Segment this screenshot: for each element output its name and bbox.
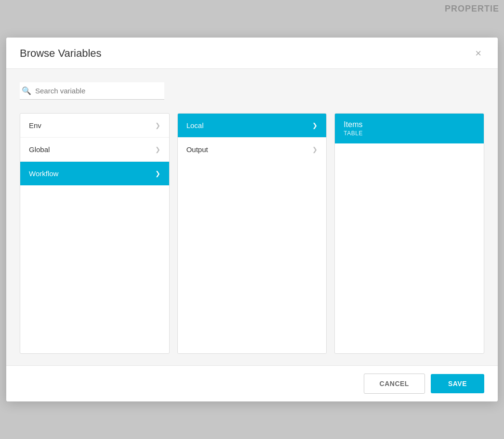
list-item[interactable]: Output ❯	[178, 138, 327, 161]
item-label: Local	[186, 121, 204, 129]
item-type: TABLE	[344, 130, 475, 137]
modal-title: Browse Variables	[20, 47, 102, 60]
chevron-right-icon: ❯	[155, 122, 160, 129]
list-item[interactable]: Workflow ❯	[20, 162, 169, 185]
search-wrapper: 🔍	[20, 82, 164, 100]
browse-variables-modal: Browse Variables × 🔍 Env ❯ Global	[6, 38, 498, 401]
item-label: Workflow	[29, 169, 58, 178]
chevron-right-icon: ❯	[155, 170, 160, 177]
modal-header: Browse Variables ×	[6, 38, 498, 69]
column-2: Local ❯ Output ❯	[177, 113, 327, 354]
item-label: Output	[186, 145, 208, 154]
chevron-right-icon: ❯	[312, 146, 318, 153]
column-1: Env ❯ Global ❯ Workflow ❯	[20, 113, 170, 354]
columns-container: Env ❯ Global ❯ Workflow ❯ Local	[20, 113, 484, 354]
list-item[interactable]: Env ❯	[20, 114, 169, 138]
item-label: Env	[29, 121, 41, 129]
save-button[interactable]: SAVE	[431, 374, 484, 393]
item-name: Items	[344, 120, 475, 129]
list-item[interactable]: Local ❯	[178, 114, 327, 138]
modal-overlay: Browse Variables × 🔍 Env ❯ Global	[0, 0, 504, 439]
modal-footer: CANCEL SAVE	[6, 365, 498, 401]
close-button[interactable]: ×	[472, 47, 484, 60]
modal-body: 🔍 Env ❯ Global ❯ Workflow	[6, 69, 498, 365]
cancel-button[interactable]: CANCEL	[364, 374, 425, 394]
list-item[interactable]: Global ❯	[20, 138, 169, 162]
chevron-right-icon: ❯	[312, 122, 318, 129]
list-item-selected[interactable]: Items TABLE	[335, 114, 484, 143]
search-icon: 🔍	[22, 86, 31, 95]
column-3: Items TABLE	[334, 113, 484, 354]
search-input[interactable]	[35, 87, 162, 95]
item-label: Global	[29, 145, 50, 154]
chevron-right-icon: ❯	[155, 146, 160, 153]
